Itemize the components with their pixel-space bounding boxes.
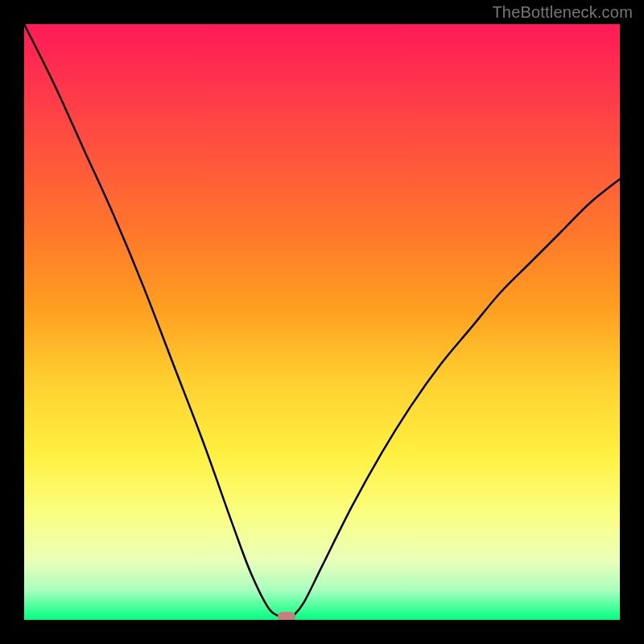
watermark-text: TheBottleneck.com — [492, 3, 633, 22]
chart-container: TheBottleneck.com — [0, 0, 644, 644]
bottleneck-curve — [24, 24, 620, 620]
plot-area — [24, 24, 620, 620]
curve-path — [24, 24, 620, 620]
